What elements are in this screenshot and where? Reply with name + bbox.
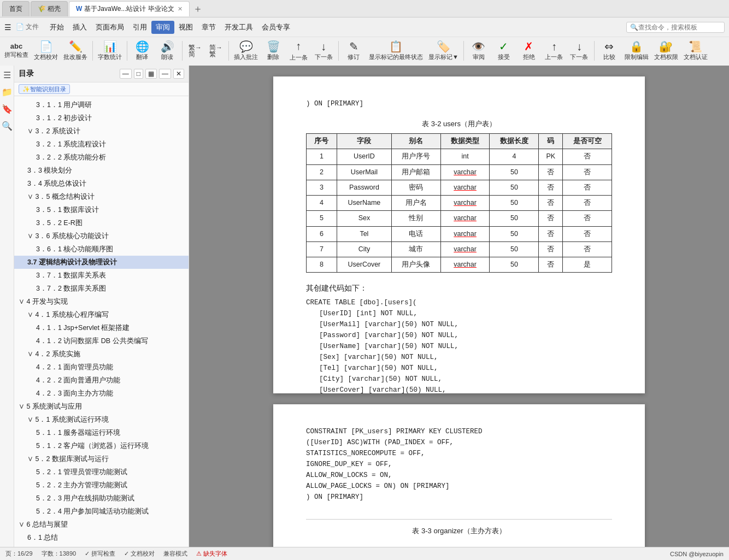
toc-item-19[interactable]: ∨ 4．2 系统实施 [14,347,189,361]
document-area[interactable]: ) ON [PRIMARY] 表 3-2 users（用户表） 序号字段别名数据… [189,66,729,547]
toc-item-7[interactable]: ∨ 3．5 概念结构设计 [14,190,189,203]
sidebar-collapse-all-btn[interactable]: — [120,69,132,79]
toc-item-20[interactable]: 4．2．1 面向管理员功能 [14,361,189,374]
simp-to-trad-button[interactable]: 简→繁 [206,38,226,63]
next-track-button[interactable]: ↓ 下一条 [567,38,591,63]
csdn-watermark: CSDN @biyezuopin [670,551,724,557]
word-count-button[interactable]: 📊 字数统计 [96,38,124,63]
spell-check-button[interactable]: abc 拼写检查 [2,38,31,63]
tab-document[interactable]: W 基于JavaWe...站设计 毕业论文 ✕ [69,1,190,16]
tab-close-icon[interactable]: ✕ [178,5,183,13]
menu-start[interactable]: 开始 [45,21,68,34]
toc-item-33[interactable]: 6．1 总结 [14,531,189,544]
toc-item-26[interactable]: 5．1．2 客户端（浏览器）运行环境 [14,439,189,452]
toc-item-14[interactable]: 3．7．2 数据库关系图 [14,282,189,295]
toc-item-3[interactable]: 3．2．1 系统流程设计 [14,138,189,151]
correct-service-button[interactable]: ✏️ 批改服务 [61,38,90,63]
doc-check-status[interactable]: ✓ 文档校对 [124,550,155,558]
menu-icon[interactable]: ☰ [3,70,11,80]
spell-status[interactable]: ✓ 拼写检查 [85,550,115,558]
menu-member[interactable]: 会员专享 [257,21,295,34]
folder-icon[interactable]: 📁 [2,87,13,97]
table-cell: 50 [490,241,539,257]
read-icon: 🔊 [161,41,174,52]
reject-button[interactable]: ✗ 拒绝 [517,38,541,63]
file-menu-item[interactable]: 📄 文件 [16,22,39,32]
menu-layout[interactable]: 页面布局 [91,21,128,34]
toc-item-29[interactable]: 5．2．2 主办方管理功能测试 [14,479,189,492]
toc-item-4[interactable]: 3．2．2 系统功能分析 [14,151,189,164]
review-icon: 👁️ [472,41,485,52]
menu-chapter[interactable]: 章节 [197,21,220,34]
toc-item-9[interactable]: 3．5．2 E-R图 [14,216,189,229]
menu-review[interactable]: 审阅 [151,21,174,34]
toc-item-15[interactable]: ∨ 4 开发与实现 [14,295,189,308]
doc-auth-button[interactable]: 📜 文档认证 [681,38,710,63]
delete-button[interactable]: 🗑️ 删除 [261,38,285,63]
sidebar-close-btn[interactable]: ✕ [173,69,184,79]
toc-item-5[interactable]: 3．3 模块划分 [14,164,189,177]
table-cell: 密码 [391,180,440,195]
toc-item-30[interactable]: 5．2．3 用户在线捐助功能测试 [14,492,189,505]
accept-button[interactable]: ✓ 接受 [492,38,516,63]
toc-item-31[interactable]: 5．2．4 用户参加同城活动功能测试 [14,505,189,518]
toc-item-24[interactable]: ∨ 5．1 系统测试运行环境 [14,413,189,426]
sidebar-expand-btn[interactable]: □ [134,69,143,79]
doc-permission-button[interactable]: 🔐 文档权限 [652,38,680,63]
doc-check-button[interactable]: 📄 文档校对 [32,38,60,63]
toc-item-13[interactable]: 3．7．1 数据库关系表 [14,269,189,282]
toc-item-2[interactable]: ∨ 3．2 系统设计 [14,125,189,138]
table-header: 别名 [391,134,440,149]
table-row: 2UserMail用户邮箱varchar50否否 [307,164,612,180]
lock-icon: 🔒 [630,41,643,52]
tab-add-button[interactable]: ＋ [193,2,203,15]
translate-button[interactable]: 🌐 翻译 [130,38,154,63]
toc-item-0[interactable]: 3．1．1 用户调研 [14,98,189,111]
toc-item-16[interactable]: ∨ 4．1 系统核心程序编写 [14,308,189,321]
restrict-edit-button[interactable]: 🔒 限制编辑 [622,38,651,63]
table-cell: 电话 [391,226,440,241]
prev-track-button[interactable]: ↑ 上一条 [542,38,566,63]
toc-item-11[interactable]: 3．6．1 核心功能顺序图 [14,243,189,256]
toc-item-22[interactable]: 4．2．3 面向主办方功能 [14,387,189,400]
toc-item-18[interactable]: 4．1．2 访问数据库 DB 公共类编写 [14,334,189,347]
review-button[interactable]: 👁️ 审阅 [467,38,491,63]
sidebar-expand-all-btn[interactable]: ▦ [145,69,157,79]
search-sidebar-icon[interactable]: 🔍 [2,121,13,131]
menu-insert[interactable]: 插入 [68,21,91,34]
trad-to-simp-button[interactable]: 繁→简 [185,38,205,63]
toc-item-23[interactable]: ∨ 5 系统测试与应用 [14,400,189,413]
menu-reference[interactable]: 引用 [128,21,151,34]
toc-item-8[interactable]: 3．5．1 数据库设计 [14,203,189,216]
toc-item-10[interactable]: ∨ 3．6 系统核心功能设计 [14,229,189,243]
insert-comment-button[interactable]: 💬 插入批注 [232,38,260,63]
show-final-button[interactable]: 📋 显示标记的最终状态 [367,38,425,63]
toc-item-17[interactable]: 4．1．1 Jsp+Servlet 框架搭建 [14,321,189,334]
search-box[interactable]: 🔍 [626,22,725,33]
track-changes-button[interactable]: ✎ 修订 [342,38,366,63]
compare-button[interactable]: ⇔ 比较 [597,38,621,63]
menu-view[interactable]: 视图 [174,21,197,34]
toc-item-34[interactable]: 6．2 展望 [14,544,189,547]
prev-comment-button[interactable]: ↑ 上一条 [286,38,310,63]
tab-daoke[interactable]: 🌾 稻壳 [31,1,68,16]
read-aloud-button[interactable]: 🔊 朗读 [155,38,179,63]
show-markup-button[interactable]: 🏷️ 显示标记▼ [426,38,461,63]
toc-item-25[interactable]: 5．1．1 服务器端运行环境 [14,426,189,439]
menu-devtools[interactable]: 开发工具 [220,21,257,34]
toc-item-21[interactable]: 4．2．2 面向普通用户功能 [14,374,189,387]
toc-item-28[interactable]: 5．2．1 管理员管理功能测试 [14,465,189,479]
next-comment-button[interactable]: ↓ 下一条 [311,38,336,63]
sidebar-min-btn[interactable]: — [159,69,171,79]
bookmark-icon[interactable]: 🔖 [2,104,13,114]
toc-item-1[interactable]: 3．1．2 初步设计 [14,111,189,125]
toc-item-12[interactable]: 3.7 逻辑结构设计及物理设计 [14,256,189,269]
tab-homepage[interactable]: 首页 [2,1,30,16]
search-input[interactable] [638,23,715,31]
hamburger-icon[interactable]: ☰ [4,23,11,32]
smart-toc-button[interactable]: ✨智能识别目录 [19,84,70,94]
toc-item-27[interactable]: ∨ 5．2 数据库测试与运行 [14,452,189,465]
toc-item-6[interactable]: 3．4 系统总体设计 [14,177,189,190]
divider-5 [338,41,339,61]
toc-item-32[interactable]: ∨ 6 总结与展望 [14,518,189,531]
